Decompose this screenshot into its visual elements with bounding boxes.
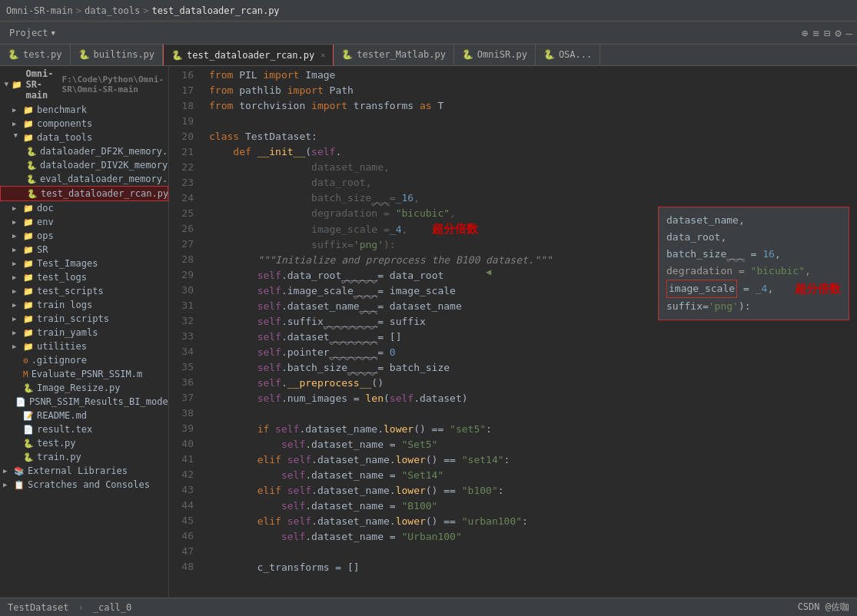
right-info: CSDN @佐咖 <box>798 601 849 614</box>
tab-omnisr-py[interactable]: 🐍 OmniSR.py <box>454 45 536 65</box>
sidebar-item-env[interactable]: ▶ 📁 env <box>0 215 168 229</box>
sidebar-item-psnr-ssim-results[interactable]: 📄 PSNR_SSIM_Results_BI_model.txt <box>0 395 168 409</box>
tab-test-py[interactable]: 🐍 test.py <box>0 45 71 65</box>
code-line-16: from PIL import Image <box>209 68 848 83</box>
root-path: F:\Code\Python\Omni-SR\Omni-SR-main <box>62 75 164 94</box>
sidebar-item-test-py[interactable]: 🐍 test.py <box>0 436 168 450</box>
line-numbers: 16 17 18 19 20 21 22 23 24 25 26 27 28 2… <box>169 66 200 598</box>
sidebar-item-ops[interactable]: ▶ 📁 ops <box>0 229 168 243</box>
item-label: result.tex <box>37 424 92 435</box>
folder-icon: 📁 <box>12 80 22 90</box>
folder-icon: 📁 <box>23 217 34 227</box>
sidebar-item-train-py[interactable]: 🐍 train.py <box>0 450 168 464</box>
sidebar-item-dataloader-df2k[interactable]: 🐍 dataloader_DF2K_memory.py <box>0 144 168 158</box>
sidebar-item-external-libs[interactable]: ▶ 📚 External Libraries <box>0 464 168 478</box>
chevron-icon: ▶ <box>12 343 20 350</box>
sidebar-item-benchmark[interactable]: ▶ 📁 benchmark <box>0 103 168 117</box>
folder-icon: 📁 <box>23 273 34 283</box>
sidebar-item-readme[interactable]: 📝 README.md <box>0 409 168 422</box>
sidebar-item-train-scripts[interactable]: ▶ 📁 train_scripts <box>0 312 168 326</box>
settings-icon[interactable]: ⚙ <box>835 27 841 39</box>
item-label: ops <box>37 230 54 241</box>
project-root[interactable]: ▶ 📁 Omni-SR-main F:\Code\Python\Omni-SR\… <box>0 66 168 103</box>
sidebar-item-train-yamls[interactable]: ▶ 📁 train_yamls <box>0 326 168 339</box>
breadcrumb: Omni-SR-main > data_tools > test_dataloa… <box>6 5 280 16</box>
sidebar-item-data-tools[interactable]: ▶ 📁 data_tools <box>0 131 168 144</box>
sidebar-item-test-scripts[interactable]: ▶ 📁 test_scripts <box>0 284 168 298</box>
tab-builtins-py[interactable]: 🐍 builtins.py <box>71 45 163 65</box>
sidebar-item-eval-dataloader[interactable]: 🐍 eval_dataloader_memory.py <box>0 172 168 186</box>
breadcrumb-root[interactable]: Omni-SR-main <box>6 5 73 16</box>
item-label: dataloader_DIV2K_memory.py <box>40 160 168 171</box>
folder-icon: 📁 <box>23 204 34 214</box>
py-file-icon: 🐍 <box>23 452 34 462</box>
item-label: eval_dataloader_memory.py <box>40 174 168 184</box>
item-label: env <box>37 217 54 227</box>
scratches-icon: 📋 <box>14 480 25 490</box>
tab-osa[interactable]: 🐍 OSA... <box>536 45 600 65</box>
tab-tester-matlab-py[interactable]: 🐍 tester_Matlab.py <box>334 45 454 65</box>
folder-icon: 📁 <box>23 133 34 143</box>
code-line-40: self.dataset_name = "Set5" <box>209 437 848 452</box>
py-file-icon: 🐍 <box>26 147 37 157</box>
layout-icon[interactable]: ≡ <box>812 27 819 39</box>
code-line-25: degradation = "bicubic", <box>209 206 848 221</box>
item-label: train_scripts <box>37 313 109 324</box>
code-area[interactable]: 16 17 18 19 20 21 22 23 24 25 26 27 28 2… <box>169 66 857 598</box>
minus-icon[interactable]: – <box>846 27 852 39</box>
code-line-24: batch_size___=_16, <box>209 190 848 206</box>
chevron-icon: ▶ <box>3 82 11 86</box>
chevron-icon: ▶ <box>12 232 20 240</box>
py-icon: 🐍 <box>78 49 90 60</box>
folder-icon: 📁 <box>23 119 34 129</box>
sidebar-item-doc[interactable]: ▶ 📁 doc <box>0 201 168 215</box>
code-line-18: from torchvision import transforms as T <box>209 98 848 114</box>
txt-file-icon: 📄 <box>15 397 26 407</box>
right-status: CSDN @佐咖 <box>798 601 849 614</box>
sidebar-item-SR[interactable]: ▶ 📁 SR <box>0 243 168 257</box>
sidebar-item-gitignore[interactable]: ⚙ .gitignore <box>0 353 168 367</box>
sidebar-item-test-logs[interactable]: ▶ 📁 test_logs <box>0 270 168 284</box>
tab-close-icon[interactable]: ✕ <box>321 51 325 59</box>
code-line-48: c_transforms = [] <box>209 560 848 575</box>
sidebar-item-components[interactable]: ▶ 📁 components <box>0 117 168 131</box>
breadcrumb-bar: Omni-SR-main > data_tools > test_dataloa… <box>0 0 857 22</box>
folder-icon: 📁 <box>23 314 34 324</box>
git-file-icon: ⚙ <box>23 356 28 366</box>
status-bar: TestDataset › _call_0 CSDN @佐咖 <box>0 598 857 616</box>
item-label: test.py <box>37 438 76 449</box>
sidebar-item-image-resize[interactable]: 🐍 Image_Resize.py <box>0 381 168 395</box>
py-icon: 🐍 <box>543 49 555 60</box>
chevron-icon: ▶ <box>12 246 20 253</box>
folder-icon: 📁 <box>23 245 34 255</box>
project-button[interactable]: Project ▼ <box>5 26 60 40</box>
breadcrumb-sep2: > <box>143 5 148 16</box>
sidebar-item-test-dataloader-rcan[interactable]: 🐍 test_dataloader_rcan.py <box>0 186 168 201</box>
sidebar-item-result-tex[interactable]: 📄 result.tex <box>0 422 168 436</box>
chevron-icon: ▶ <box>12 106 20 114</box>
breadcrumb-file: test_dataloader_rcan.py <box>151 5 279 16</box>
code-line-31: self.dataset_name___= dataset_name <box>209 299 848 314</box>
tab-test-dataloader-rcan-py[interactable]: 🐍 test_dataloader_rcan.py ✕ <box>163 45 334 65</box>
sidebar-item-dataloader-div2k[interactable]: 🐍 dataloader_DIV2K_memory.py <box>0 158 168 172</box>
item-label: Scratches and Consoles <box>28 479 150 490</box>
m-file-icon: M <box>23 369 28 379</box>
layout2-icon[interactable]: ⊟ <box>824 27 830 39</box>
chevron-down-icon: ▼ <box>51 29 55 37</box>
add-icon[interactable]: ⊕ <box>802 27 808 39</box>
py-file-icon: 🐍 <box>26 161 37 171</box>
code-editor[interactable]: 16 17 18 19 20 21 22 23 24 25 26 27 28 2… <box>169 66 857 598</box>
sidebar-item-test-images[interactable]: ▶ 📁 Test_Images <box>0 257 168 270</box>
tab-label: OSA... <box>559 49 592 60</box>
breadcrumb-data-tools[interactable]: data_tools <box>85 5 140 16</box>
sidebar-item-train-logs[interactable]: ▶ 📁 train logs <box>0 298 168 312</box>
file-tree: ▶ 📁 Omni-SR-main F:\Code\Python\Omni-SR\… <box>0 66 169 598</box>
code-content[interactable]: from PIL import Image from pathlib impor… <box>200 66 857 598</box>
py-icon: 🐍 <box>171 50 183 61</box>
sidebar-item-scratches[interactable]: ▶ 📋 Scratches and Consoles <box>0 478 168 492</box>
item-label: README.md <box>37 410 87 421</box>
tab-label: test_dataloader_rcan.py <box>187 50 314 61</box>
py-icon: 🐍 <box>462 49 473 60</box>
sidebar-item-evaluate-psnr[interactable]: M Evaluate_PSNR_SSIM.m <box>0 367 168 381</box>
sidebar-item-utilities[interactable]: ▶ 📁 utilities <box>0 339 168 353</box>
